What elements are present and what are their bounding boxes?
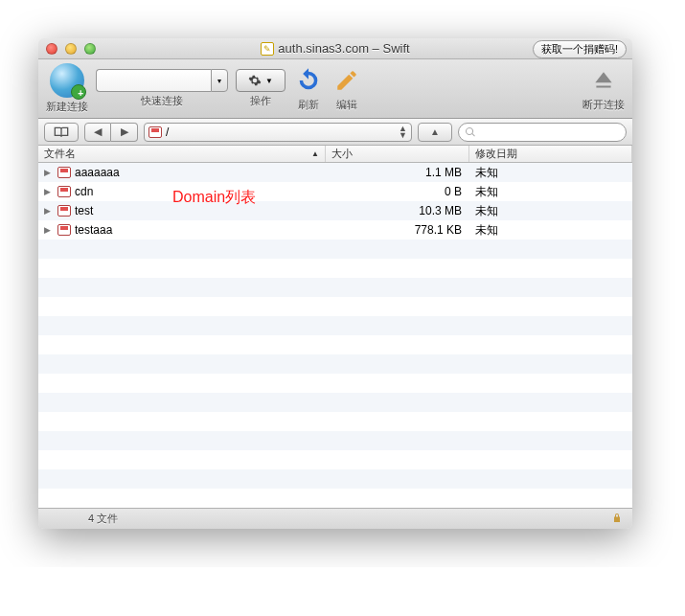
statusbar: 4 文件 [38, 508, 632, 529]
empty-row [38, 393, 632, 412]
pencil-icon [331, 65, 362, 96]
empty-row [38, 354, 632, 374]
file-name: test [75, 204, 93, 217]
table-row[interactable]: ▶aaaaaaa1.1 MB未知 [38, 163, 632, 182]
lock-icon [611, 513, 623, 526]
file-date: 未知 [469, 184, 632, 200]
empty-row [38, 278, 632, 297]
search-field[interactable] [458, 123, 627, 142]
search-input[interactable] [480, 125, 620, 139]
empty-row [38, 412, 632, 431]
file-size: 778.1 KB [326, 223, 469, 237]
empty-row [38, 431, 632, 450]
search-icon [465, 126, 476, 138]
quick-connect-label: 快速连接 [141, 94, 183, 108]
header-date-label: 修改日期 [475, 147, 517, 161]
column-headers: 文件名 ▲ 大小 修改日期 [38, 146, 632, 163]
empty-row [38, 489, 632, 508]
file-size: 0 B [326, 185, 469, 198]
disclosure-icon[interactable]: ▶ [44, 187, 54, 196]
file-count: 4 文件 [88, 512, 118, 526]
path-selector[interactable]: / ▲▼ [144, 123, 412, 142]
file-list[interactable]: Domain列表 ▶aaaaaaa1.1 MB未知▶cdn0 B未知▶test1… [38, 163, 632, 508]
file-name: aaaaaaa [75, 166, 120, 179]
file-date: 未知 [469, 222, 632, 239]
window-title-text: auth.sinas3.com – Swift [278, 41, 409, 56]
disclosure-icon[interactable]: ▶ [44, 206, 54, 216]
header-size-label: 大小 [331, 147, 353, 161]
app-window: ✎ auth.sinas3.com – Swift 获取一个捐赠码! 新建连接 … [38, 38, 632, 529]
path-text: / [166, 125, 169, 139]
eject-icon [588, 65, 619, 96]
empty-row [38, 297, 632, 316]
edit-button[interactable]: 编辑 [331, 63, 362, 112]
empty-row [38, 374, 632, 393]
file-name: cdn [75, 185, 93, 198]
nav-history: ◀ ▶ [84, 123, 138, 142]
disk-icon [57, 186, 71, 197]
updown-icon: ▲▼ [399, 125, 407, 139]
header-name-label: 文件名 [44, 147, 76, 161]
file-size: 10.3 MB [326, 204, 469, 217]
table-row[interactable]: ▶testaaa778.1 KB未知 [38, 220, 632, 240]
disclosure-icon[interactable]: ▶ [44, 168, 54, 177]
chevron-left-icon: ◀ [94, 125, 102, 138]
file-date: 未知 [469, 203, 632, 219]
back-button[interactable]: ◀ [84, 123, 111, 142]
traffic-lights [38, 43, 96, 55]
forward-button[interactable]: ▶ [111, 123, 138, 142]
disk-icon [148, 126, 162, 138]
bookmarks-button[interactable] [44, 123, 79, 142]
empty-row [38, 469, 632, 489]
quick-connect-dropdown[interactable]: ▾ [211, 69, 228, 92]
minimize-icon[interactable] [65, 43, 77, 55]
table-row[interactable]: ▶cdn0 B未知 [38, 182, 632, 201]
titlebar[interactable]: ✎ auth.sinas3.com – Swift 获取一个捐赠码! [38, 38, 632, 59]
sort-asc-icon: ▲ [311, 149, 319, 158]
file-name: testaaa [75, 223, 112, 237]
disk-icon [57, 205, 71, 217]
chevron-right-icon: ▶ [121, 125, 128, 138]
close-icon[interactable] [46, 43, 57, 55]
up-button[interactable]: ▲ [418, 123, 452, 142]
refresh-label: 刷新 [298, 98, 319, 112]
empty-row [38, 240, 632, 259]
document-icon: ✎ [261, 42, 274, 56]
edit-label: 编辑 [336, 98, 357, 112]
header-name[interactable]: 文件名 ▲ [38, 146, 326, 162]
disk-icon [57, 224, 71, 236]
book-icon [54, 126, 69, 138]
file-date: 未知 [469, 165, 632, 181]
zoom-icon[interactable] [84, 43, 96, 55]
quick-connect-input[interactable] [96, 69, 211, 92]
empty-row [38, 259, 632, 278]
chevron-up-icon: ▲ [430, 126, 440, 137]
empty-row [38, 316, 632, 335]
disconnect-button[interactable]: 断开连接 [582, 63, 625, 112]
quick-connect: ▾ 快速连接 [96, 63, 228, 108]
gear-icon [248, 74, 262, 87]
disconnect-label: 断开连接 [582, 98, 625, 112]
refresh-icon [293, 65, 324, 96]
disk-icon [57, 167, 71, 178]
navbar: ◀ ▶ / ▲▼ ▲ [38, 119, 632, 146]
new-connection-button[interactable]: 新建连接 [46, 63, 88, 114]
refresh-button[interactable]: 刷新 [293, 63, 324, 112]
file-size: 1.1 MB [326, 166, 469, 179]
empty-row [38, 335, 632, 354]
header-date[interactable]: 修改日期 [469, 146, 632, 162]
toolbar: 新建连接 ▾ 快速连接 ▼ 操作 刷新 编辑 [38, 59, 632, 119]
action-button[interactable]: ▼ 操作 [236, 63, 285, 108]
chevron-down-icon: ▼ [265, 77, 273, 85]
table-row[interactable]: ▶test10.3 MB未知 [38, 201, 632, 220]
empty-row [38, 450, 632, 469]
donation-button[interactable]: 获取一个捐赠码! [533, 40, 627, 58]
action-label: 操作 [250, 94, 271, 108]
header-size[interactable]: 大小 [326, 146, 469, 162]
disclosure-icon[interactable]: ▶ [44, 225, 54, 235]
globe-plus-icon [50, 63, 84, 98]
new-connection-label: 新建连接 [46, 100, 88, 114]
